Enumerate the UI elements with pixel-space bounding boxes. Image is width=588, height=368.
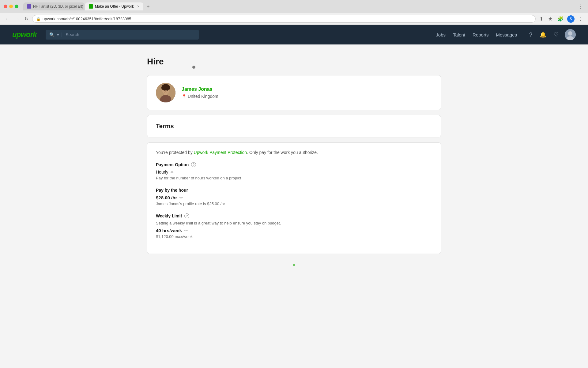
search-dropdown[interactable]: ▾	[57, 33, 62, 37]
weekly-limit-section: Weekly Limit ? Setting a weekly limit is…	[156, 213, 432, 239]
upwork-app: upwork 🔍 ▾ Search Jobs Talent Reports Me…	[0, 25, 588, 365]
search-bar[interactable]: 🔍 ▾ Search	[46, 30, 199, 40]
payment-option-help-icon[interactable]: ?	[191, 162, 196, 167]
tab-favicon-upwork	[89, 4, 93, 9]
pay-by-hour-value: $28.00 /hr ✏	[156, 195, 432, 200]
candidate-avatar	[156, 83, 175, 102]
browser-user-avatar[interactable]: S	[567, 15, 575, 23]
browser-nav-actions: ⬆ ★ 🧩 S ⋮	[538, 15, 584, 23]
weekly-limit-description: Setting a weekly limit is a great way to…	[156, 221, 432, 225]
browser-menu-button[interactable]: ⋮	[577, 3, 584, 10]
svg-point-11	[165, 91, 166, 92]
payment-protection-link[interactable]: Upwork Payment Protection	[194, 150, 247, 155]
svg-point-9	[164, 90, 165, 91]
browser-chrome: NFT artist (2D, 3D, or pixel art) ✕ Make…	[0, 0, 588, 25]
page-title: Hire	[147, 57, 441, 67]
candidate-card: James Jonas 📍 United Kingdom	[147, 75, 441, 110]
nav-reports[interactable]: Reports	[473, 32, 489, 37]
payment-option-section: Payment Option ? Hourly ✏ Pay for the nu…	[156, 162, 432, 180]
candidate-avatar-image	[156, 83, 175, 102]
upwork-logo[interactable]: upwork	[12, 30, 36, 39]
favorites-button[interactable]: ♡	[552, 30, 560, 39]
payment-option-edit-icon[interactable]: ✏	[171, 170, 174, 174]
tab-label-nft: NFT artist (2D, 3D, or pixel art)	[33, 4, 83, 9]
reload-button[interactable]: ↻	[23, 15, 30, 22]
browser-overflow-button[interactable]: ⋮	[577, 15, 584, 22]
help-button[interactable]: ?	[528, 30, 533, 39]
weekly-limit-help-icon[interactable]: ?	[184, 213, 189, 218]
terms-card: Terms	[147, 115, 441, 137]
payment-option-label: Payment Option ?	[156, 162, 432, 167]
user-avatar[interactable]	[565, 29, 576, 40]
browser-titlebar: NFT artist (2D, 3D, or pixel art) ✕ Make…	[0, 0, 588, 13]
candidate-name-link[interactable]: James Jonas	[182, 86, 432, 92]
protection-prefix: You're protected by	[156, 150, 194, 155]
candidate-location: 📍 United Kingdom	[182, 94, 432, 99]
protection-notice: You're protected by Upwork Payment Prote…	[156, 150, 432, 155]
close-tab-upwork[interactable]: ✕	[137, 5, 140, 9]
nav-talent[interactable]: Talent	[453, 32, 465, 37]
location-icon: 📍	[182, 94, 187, 99]
minimize-window-button[interactable]	[9, 5, 13, 8]
hourly-rate: $28.00 /hr	[156, 195, 177, 200]
new-tab-button[interactable]: +	[144, 3, 152, 10]
header-icons: ? 🔔 ♡	[528, 29, 576, 40]
svg-point-10	[167, 90, 168, 91]
candidate-info-section: James Jonas 📍 United Kingdom	[147, 75, 441, 110]
back-button[interactable]: ←	[4, 16, 11, 22]
terms-section-title: Terms	[156, 123, 432, 130]
candidate-location-text: United Kingdom	[188, 94, 218, 99]
pay-by-hour-label: Pay by the hour	[156, 188, 432, 193]
browser-nav: ← → ↻ 🔒 upwork.com/ab/c/1002463518/offer…	[0, 13, 588, 25]
share-button[interactable]: ⬆	[538, 15, 545, 22]
security-lock-icon: 🔒	[36, 17, 41, 21]
tab-label-upwork: Make an Offer - Upwork	[95, 4, 134, 9]
browser-tab-nft[interactable]: NFT artist (2D, 3D, or pixel art) ✕	[23, 2, 85, 10]
svg-point-1	[568, 31, 572, 36]
search-input[interactable]: Search	[66, 32, 195, 37]
pay-by-hour-edit-icon[interactable]: ✏	[179, 195, 183, 200]
nav-jobs[interactable]: Jobs	[436, 32, 446, 37]
terms-header: Terms	[147, 115, 441, 137]
browser-window-controls	[4, 5, 18, 8]
header-nav: Jobs Talent Reports Messages	[436, 32, 517, 37]
weekly-limit-value: 40 hrs/week ✏	[156, 228, 432, 233]
terms-body-card: You're protected by Upwork Payment Prote…	[147, 142, 441, 254]
extensions-button[interactable]: 🧩	[556, 15, 565, 22]
protection-suffix: . Only pay for the work you authorize.	[247, 150, 318, 155]
svg-point-6	[162, 86, 170, 90]
address-text: upwork.com/ab/c/1002463518/offer/edit/18…	[43, 17, 532, 21]
search-icon: 🔍	[49, 32, 55, 37]
bookmark-button[interactable]: ★	[547, 15, 554, 22]
weekly-limit-label: Weekly Limit ?	[156, 213, 432, 218]
candidate-details: James Jonas 📍 United Kingdom	[182, 86, 432, 99]
address-bar[interactable]: 🔒 upwork.com/ab/c/1002463518/offer/edit/…	[32, 15, 536, 23]
weekly-limit-edit-icon[interactable]: ✏	[184, 228, 188, 233]
weekly-max-text: $1,120.00 max/week	[156, 234, 432, 239]
search-dropdown-arrow: ▾	[57, 33, 59, 37]
browser-tabs: NFT artist (2D, 3D, or pixel art) ✕ Make…	[23, 2, 575, 10]
forward-button[interactable]: →	[13, 16, 21, 22]
tab-favicon-nft	[27, 4, 31, 9]
main-content: Hire	[141, 44, 447, 283]
pay-by-hour-section: Pay by the hour $28.00 /hr ✏ James Jonas…	[156, 188, 432, 206]
nav-messages[interactable]: Messages	[496, 32, 517, 37]
close-window-button[interactable]	[4, 5, 7, 8]
scroll-indicator	[147, 259, 441, 271]
maximize-window-button[interactable]	[15, 5, 18, 8]
browser-tab-upwork[interactable]: Make an Offer - Upwork ✕	[85, 2, 143, 10]
payment-option-value: Hourly ✏	[156, 170, 432, 174]
terms-body: You're protected by Upwork Payment Prote…	[147, 143, 441, 254]
payment-option-description: Pay for the number of hours worked on a …	[156, 176, 432, 180]
notifications-button[interactable]: 🔔	[538, 30, 548, 39]
weekly-hours: 40 hrs/week	[156, 228, 182, 233]
upwork-header: upwork 🔍 ▾ Search Jobs Talent Reports Me…	[0, 25, 588, 44]
scroll-dot	[293, 264, 295, 266]
profile-rate-text: James Jonas's profile rate is $25.00 /hr	[156, 201, 432, 206]
